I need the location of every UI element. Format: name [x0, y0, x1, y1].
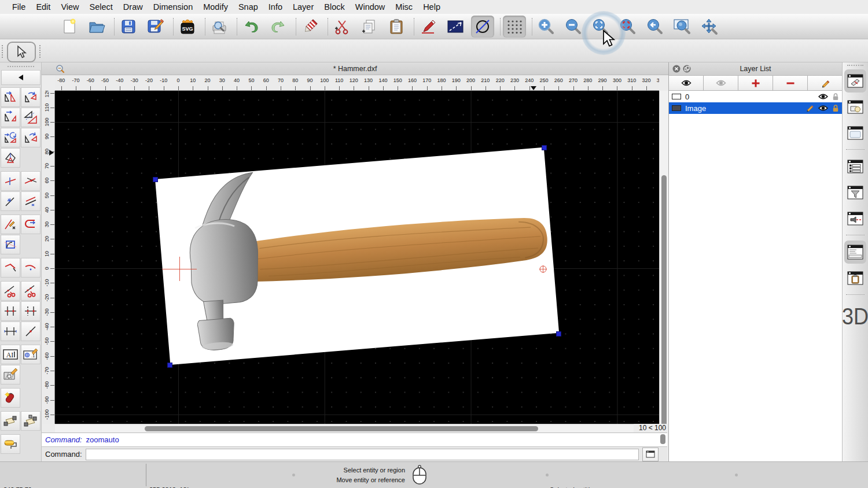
- redo-button[interactable]: [267, 16, 290, 38]
- menu-dimension[interactable]: Dimension: [148, 2, 198, 12]
- command-dock-button[interactable]: [642, 448, 659, 461]
- dock-library-browser[interactable]: [844, 121, 866, 145]
- tool-rotate[interactable]: [21, 87, 41, 107]
- save-button[interactable]: [117, 16, 140, 38]
- tool-dim-edit[interactable]: .1: [21, 345, 41, 364]
- line-attributes-button[interactable]: [444, 16, 467, 38]
- layer-row-image[interactable]: Image: [669, 102, 842, 114]
- delete-eraser-button[interactable]: [299, 16, 322, 38]
- add-layer-button[interactable]: [738, 76, 773, 90]
- menu-select[interactable]: Select: [84, 2, 118, 12]
- hscroll-thumb[interactable]: [145, 426, 538, 431]
- tool-trim-two[interactable]: [21, 171, 41, 191]
- menu-block[interactable]: Block: [319, 2, 350, 12]
- palette-grip[interactable]: [8, 66, 34, 67]
- tool-offset[interactable]: [21, 191, 41, 211]
- tool-explode[interactable]: [1, 388, 20, 408]
- zoom-auto-button[interactable]: [589, 16, 612, 38]
- close-icon[interactable]: [672, 65, 681, 73]
- toolbar-grip[interactable]: [2, 45, 5, 58]
- tool-entity-properties[interactable]: [1, 235, 20, 254]
- layer-lock-icon[interactable]: [832, 93, 839, 101]
- tool-revert-direction[interactable]: [21, 215, 41, 234]
- tool-break[interactable]: [21, 321, 41, 341]
- dock-pen-palette[interactable]: [844, 207, 866, 230]
- palette-back-button[interactable]: [1, 70, 41, 85]
- dock-layer-list[interactable]: [844, 69, 866, 93]
- save-as-button[interactable]: [144, 16, 167, 38]
- menu-layer[interactable]: Layer: [288, 2, 319, 12]
- zoom-in-button[interactable]: [535, 16, 558, 38]
- draw-attributes-button[interactable]: [417, 16, 440, 38]
- copy-button[interactable]: [358, 16, 381, 38]
- layer-edit-icon[interactable]: [806, 104, 814, 112]
- vscroll-thumb[interactable]: [661, 175, 667, 427]
- tool-divide-two[interactable]: [21, 281, 41, 301]
- layer-visible-icon[interactable]: [818, 93, 828, 100]
- canvas-vscrollbar[interactable]: [659, 91, 668, 424]
- tool-text-edit[interactable]: AI: [1, 345, 20, 364]
- print-preview-button[interactable]: [208, 16, 231, 38]
- dock-selection-filter[interactable]: [844, 181, 866, 204]
- drawing-canvas[interactable]: [55, 91, 659, 424]
- menu-file[interactable]: File: [7, 2, 31, 12]
- layer-row-0[interactable]: 0: [669, 91, 842, 102]
- tool-scale[interactable]: [21, 108, 41, 127]
- menu-info[interactable]: Info: [263, 2, 288, 12]
- canvas-hscrollbar[interactable]: [55, 424, 634, 432]
- tool-fillet[interactable]: [21, 258, 41, 278]
- dock-entity-list[interactable]: [844, 155, 866, 178]
- menu-snap[interactable]: Snap: [233, 2, 263, 12]
- open-file-button[interactable]: [85, 16, 108, 38]
- tool-stretch[interactable]: [21, 301, 41, 321]
- tool-trim[interactable]: [1, 171, 20, 191]
- zoom-selected-button[interactable]: [616, 16, 639, 38]
- detach-icon[interactable]: [683, 65, 691, 73]
- menu-draw[interactable]: Draw: [118, 2, 148, 12]
- menu-edit[interactable]: Edit: [31, 2, 56, 12]
- remove-layer-button[interactable]: [773, 76, 808, 90]
- selection-handle[interactable]: [556, 331, 561, 337]
- tool-divide[interactable]: [1, 281, 20, 301]
- layer-visible-icon[interactable]: [818, 105, 828, 112]
- tool-bevel[interactable]: [1, 258, 20, 278]
- tool-rotate-two[interactable]: [21, 128, 41, 147]
- selection-handle[interactable]: [153, 177, 158, 182]
- layer-lock-icon[interactable]: [832, 104, 839, 112]
- selection-handle[interactable]: [167, 363, 172, 368]
- tool-lengthen-two[interactable]: [1, 321, 20, 341]
- inserted-image[interactable]: [155, 147, 559, 365]
- dock-block-list[interactable]: [844, 95, 866, 119]
- dock-notes[interactable]: [844, 267, 866, 290]
- menu-modify[interactable]: Modify: [198, 2, 233, 12]
- toolbar-grip[interactable]: [39, 45, 43, 58]
- document-titlebar[interactable]: * Hammer.dxf: [42, 62, 668, 75]
- tool-block-edit[interactable]: [1, 411, 20, 431]
- modify-layer-button[interactable]: [808, 76, 842, 90]
- tool-move-rotate[interactable]: [1, 128, 20, 147]
- history-scroll-thumb[interactable]: [660, 434, 665, 444]
- layer-panel-titlebar[interactable]: Layer List: [669, 62, 842, 76]
- tool-mirror[interactable]: [1, 108, 20, 127]
- show-all-layers-button[interactable]: [669, 76, 704, 90]
- export-svg-button[interactable]: SVG: [176, 16, 199, 38]
- tool-lengthen[interactable]: [1, 191, 20, 211]
- menu-help[interactable]: Help: [418, 2, 446, 12]
- menu-window[interactable]: Window: [350, 2, 391, 12]
- pen-toolbar-button[interactable]: [471, 16, 494, 38]
- tool-move-copy[interactable]: [1, 87, 20, 107]
- snap-grid-button[interactable]: [503, 16, 526, 38]
- zoom-previous-button[interactable]: [643, 16, 667, 38]
- tool-block-create[interactable]: [21, 411, 41, 431]
- tool-delete-entity[interactable]: [1, 215, 20, 234]
- selection-pointer-button[interactable]: [7, 42, 36, 62]
- tool-order[interactable]: [1, 148, 20, 168]
- menu-view[interactable]: View: [56, 2, 84, 12]
- selection-handle[interactable]: [542, 145, 547, 150]
- tool-paint-roller[interactable]: [1, 434, 20, 454]
- tool-hatch-edit[interactable]: [1, 365, 20, 385]
- hide-all-layers-button[interactable]: [704, 76, 738, 90]
- dock-grip[interactable]: [847, 65, 863, 66]
- cut-button[interactable]: [330, 16, 354, 38]
- zoom-window-button[interactable]: [671, 16, 694, 38]
